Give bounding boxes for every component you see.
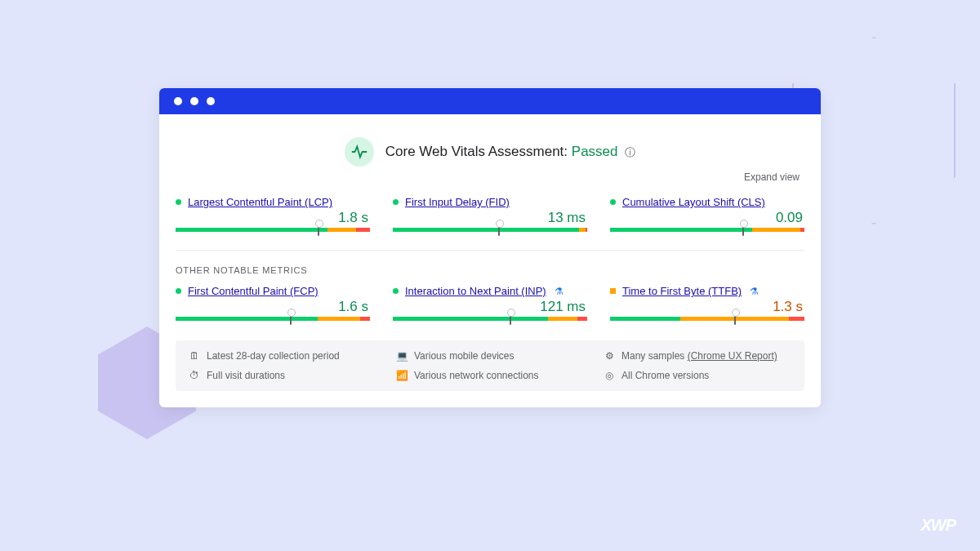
expand-view-link[interactable]: Expand view <box>176 171 804 183</box>
footer-collection: 🗓 Latest 28-day collection period <box>189 350 376 362</box>
section-divider <box>176 250 804 251</box>
core-metrics-grid: Largest Contentful Paint (LCP) 1.8 s Fir… <box>176 196 804 232</box>
window-control-dot <box>207 97 215 105</box>
browser-titlebar <box>159 88 821 114</box>
report-footer: 🗓 Latest 28-day collection period 💻 Vari… <box>176 340 804 391</box>
metric-marker <box>742 224 744 236</box>
status-indicator <box>610 288 616 294</box>
window-control-dot <box>190 97 198 105</box>
other-metrics-grid: First Contentful Paint (FCP) 1.6 s Inter… <box>176 285 804 321</box>
metric-name-link[interactable]: Interaction to Next Paint (INP) <box>405 285 546 297</box>
status-indicator <box>610 199 616 205</box>
assessment-status: Passed <box>572 144 618 159</box>
experimental-icon: ⚗ <box>555 286 564 297</box>
metric-marker <box>734 313 736 325</box>
status-indicator <box>393 288 399 294</box>
page-title: Core Web Vitals Assessment: Passed ⓘ <box>385 144 635 160</box>
window-control-dot <box>174 97 182 105</box>
metric-bar <box>610 317 804 321</box>
footer-samples: ⚙ Many samples (Chrome UX Report) <box>604 350 791 362</box>
chrome-icon: ◎ <box>604 370 615 381</box>
metric-value: 1.3 s <box>610 299 804 315</box>
metric-value: 1.6 s <box>176 299 370 315</box>
metric-value: 0.09 <box>610 210 804 226</box>
metric-bar <box>610 228 804 232</box>
browser-window: Core Web Vitals Assessment: Passed ⓘ Exp… <box>159 88 821 407</box>
assessment-header: Core Web Vitals Assessment: Passed ⓘ <box>176 137 804 167</box>
footer-connections: 📶 Various network connections <box>396 370 584 381</box>
footer-versions: ◎ All Chrome versions <box>604 370 791 381</box>
other-metrics-heading: OTHER NOTABLE METRICS <box>176 265 804 275</box>
status-indicator <box>176 288 181 294</box>
metric-value: 1.8 s <box>176 210 370 226</box>
wifi-icon: 📶 <box>396 370 408 381</box>
network-icon: ⚙ <box>604 350 615 362</box>
metric-bar <box>176 317 370 321</box>
help-icon[interactable]: ⓘ <box>625 146 635 158</box>
title-prefix: Core Web Vitals Assessment: <box>385 144 572 159</box>
metric-bar <box>393 228 587 232</box>
metric-name-link[interactable]: Largest Contentful Paint (LCP) <box>188 196 332 208</box>
metric-card: Cumulative Layout Shift (CLS) 0.09 <box>610 196 804 232</box>
calendar-icon: 🗓 <box>189 350 200 362</box>
metric-marker <box>318 224 319 236</box>
metric-card: First Contentful Paint (FCP) 1.6 s <box>176 285 370 321</box>
chrome-ux-report-link[interactable]: (Chrome UX Report) <box>688 350 777 362</box>
metric-card: Interaction to Next Paint (INP) ⚗ 121 ms <box>393 285 587 321</box>
metric-name-link[interactable]: Time to First Byte (TTFB) <box>622 285 742 297</box>
status-indicator <box>393 199 399 205</box>
metric-card: First Input Delay (FID) 13 ms <box>393 196 587 232</box>
metric-name-link[interactable]: First Input Delay (FID) <box>405 196 510 208</box>
metric-name-link[interactable]: First Contentful Paint (FCP) <box>188 285 318 297</box>
metric-marker <box>510 313 511 325</box>
metric-name-link[interactable]: Cumulative Layout Shift (CLS) <box>622 196 765 208</box>
timer-icon: ⏱ <box>189 370 200 381</box>
metric-marker <box>498 224 500 236</box>
pulse-icon <box>345 137 374 167</box>
metric-card: Time to First Byte (TTFB) ⚗ 1.3 s <box>610 285 804 321</box>
devices-icon: 💻 <box>396 350 408 362</box>
metric-value: 13 ms <box>393 210 587 226</box>
experimental-icon: ⚗ <box>750 286 759 297</box>
metric-bar <box>176 228 370 232</box>
metric-bar <box>393 317 587 321</box>
footer-devices: 💻 Various mobile devices <box>396 350 584 362</box>
footer-durations: ⏱ Full visit durations <box>189 370 376 381</box>
status-indicator <box>176 199 181 205</box>
report-content: Core Web Vitals Assessment: Passed ⓘ Exp… <box>159 114 821 407</box>
metric-card: Largest Contentful Paint (LCP) 1.8 s <box>176 196 370 232</box>
xwp-logo: XWP <box>920 516 956 535</box>
metric-value: 121 ms <box>393 299 587 315</box>
